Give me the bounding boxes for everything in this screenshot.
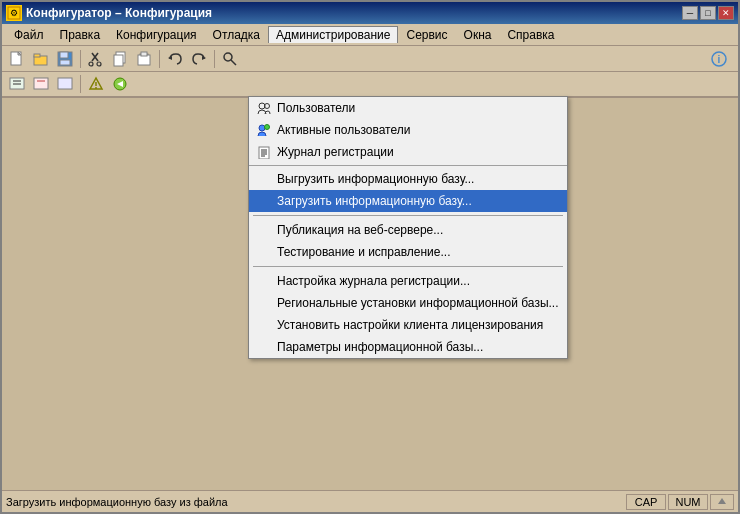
web-publish-icon — [255, 222, 273, 238]
toolbar-2-btn1[interactable] — [6, 73, 28, 95]
status-text: Загрузить информационную базу из файла — [6, 496, 626, 508]
infobase-params-icon — [255, 339, 273, 355]
title-bar: ⚙ Конфигуратор – Конфигурация ─ □ ✕ — [2, 2, 738, 24]
svg-text:i: i — [718, 54, 721, 65]
dropdown-item-web-publish[interactable]: Публикация на веб-сервере... — [249, 219, 567, 241]
title-bar-left: ⚙ Конфигуратор – Конфигурация — [6, 5, 212, 21]
svg-rect-5 — [34, 54, 40, 57]
dropdown-item-active-users[interactable]: Активные пользователи — [249, 119, 567, 141]
svg-point-11 — [89, 62, 93, 66]
title-bar-buttons: ─ □ ✕ — [682, 6, 734, 20]
toolbar-sep-1 — [80, 50, 81, 68]
menu-service[interactable]: Сервис — [398, 26, 455, 44]
svg-rect-17 — [141, 52, 147, 56]
menu-bar: Файл Правка Конфигурация Отладка Админис… — [2, 24, 738, 46]
toolbar-2-btn3[interactable] — [54, 73, 76, 95]
dropdown-client-license-label: Установить настройки клиента лицензирова… — [277, 318, 559, 332]
dropdown-item-testing[interactable]: Тестирование и исправление... — [249, 241, 567, 263]
menu-windows[interactable]: Окна — [456, 26, 500, 44]
svg-point-35 — [259, 103, 265, 109]
dropdown-regional-settings-label: Региональные установки информационной ба… — [277, 296, 559, 310]
toolbar-1: i — [2, 46, 738, 72]
cap-indicator: CAP — [626, 494, 666, 510]
svg-text:⚙: ⚙ — [10, 8, 18, 18]
svg-point-36 — [265, 103, 270, 108]
testing-icon — [255, 244, 273, 260]
dropdown-active-users-label: Активные пользователи — [277, 123, 559, 137]
toolbar-copy[interactable] — [109, 48, 131, 70]
svg-point-12 — [97, 62, 101, 66]
maximize-button[interactable]: □ — [700, 6, 716, 20]
client-license-icon — [255, 317, 273, 333]
svg-point-32 — [95, 87, 97, 89]
dropdown-item-journal-settings[interactable]: Настройка журнала регистрации... — [249, 270, 567, 292]
toolbar-save[interactable] — [54, 48, 76, 70]
dropdown-sep-1 — [253, 215, 563, 216]
dropdown-journal-settings-label: Настройка журнала регистрации... — [277, 274, 559, 288]
dropdown-item-users[interactable]: Пользователи — [249, 97, 567, 119]
active-users-icon — [255, 122, 273, 138]
toolbar-2-btn5[interactable] — [109, 73, 131, 95]
toolbar-2 — [2, 72, 738, 98]
dropdown-item-regional-settings[interactable]: Региональные установки информационной ба… — [249, 292, 567, 314]
journal-icon — [255, 144, 273, 160]
toolbar-find[interactable] — [219, 48, 241, 70]
dropdown-infobase-params-label: Параметры информационной базы... — [277, 340, 559, 354]
main-window: ⚙ Конфигуратор – Конфигурация ─ □ ✕ Файл… — [0, 0, 740, 514]
close-button[interactable]: ✕ — [718, 6, 734, 20]
menu-configuration[interactable]: Конфигурация — [108, 26, 205, 44]
toolbar-sep-2 — [159, 50, 160, 68]
minimize-button[interactable]: ─ — [682, 6, 698, 20]
svg-rect-27 — [34, 78, 48, 89]
dropdown-export-label: Выгрузить информационную базу... — [277, 172, 559, 186]
main-content: Пользователи Активные пользователи — [2, 98, 738, 490]
status-bar: Загрузить информационную базу из файла C… — [2, 490, 738, 512]
regional-settings-icon — [255, 295, 273, 311]
toolbar-open[interactable] — [30, 48, 52, 70]
svg-rect-39 — [259, 147, 269, 159]
svg-point-20 — [224, 53, 232, 61]
scroll-indicator — [710, 494, 734, 510]
svg-point-37 — [259, 125, 265, 131]
dropdown-item-infobase-params[interactable]: Параметры информационной базы... — [249, 336, 567, 358]
toolbar-undo[interactable] — [164, 48, 186, 70]
dropdown-item-import[interactable]: Загрузить информационную базу... — [249, 190, 567, 212]
svg-rect-8 — [60, 60, 70, 65]
menu-administration[interactable]: Администрирование — [268, 26, 398, 43]
toolbar-new[interactable] — [6, 48, 28, 70]
dropdown-item-export[interactable]: Выгрузить информационную базу... — [249, 168, 567, 190]
dropdown-journal-label: Журнал регистрации — [277, 145, 559, 159]
toolbar-paste[interactable] — [133, 48, 155, 70]
toolbar-2-btn2[interactable] — [30, 73, 52, 95]
svg-rect-29 — [58, 78, 72, 89]
status-indicators: CAP NUM — [626, 494, 734, 510]
dropdown-item-client-license[interactable]: Установить настройки клиента лицензирова… — [249, 314, 567, 336]
users-icon — [255, 100, 273, 116]
toolbar-redo[interactable] — [188, 48, 210, 70]
import-icon — [255, 193, 273, 209]
svg-rect-7 — [60, 52, 68, 58]
dropdown-item-journal[interactable]: Журнал регистрации — [249, 141, 567, 166]
menu-debug[interactable]: Отладка — [205, 26, 268, 44]
dropdown-testing-label: Тестирование и исправление... — [277, 245, 559, 259]
export-icon — [255, 171, 273, 187]
num-indicator: NUM — [668, 494, 708, 510]
window-title: Конфигуратор – Конфигурация — [26, 6, 212, 20]
svg-rect-14 — [114, 55, 123, 66]
administration-dropdown: Пользователи Активные пользователи — [248, 96, 568, 359]
menu-edit[interactable]: Правка — [52, 26, 109, 44]
app-icon: ⚙ — [6, 5, 22, 21]
svg-line-21 — [231, 60, 236, 65]
dropdown-users-label: Пользователи — [277, 101, 559, 115]
dropdown-web-publish-label: Публикация на веб-сервере... — [277, 223, 559, 237]
toolbar-2-sep1 — [80, 75, 81, 93]
toolbar-info[interactable]: i — [708, 48, 730, 70]
menu-file[interactable]: Файл — [6, 26, 52, 44]
menu-help[interactable]: Справка — [499, 26, 562, 44]
dropdown-import-label: Загрузить информационную базу... — [277, 194, 559, 208]
toolbar-2-btn4[interactable] — [85, 73, 107, 95]
toolbar-sep-3 — [214, 50, 215, 68]
dropdown-sep-2 — [253, 266, 563, 267]
journal-settings-icon — [255, 273, 273, 289]
toolbar-cut[interactable] — [85, 48, 107, 70]
